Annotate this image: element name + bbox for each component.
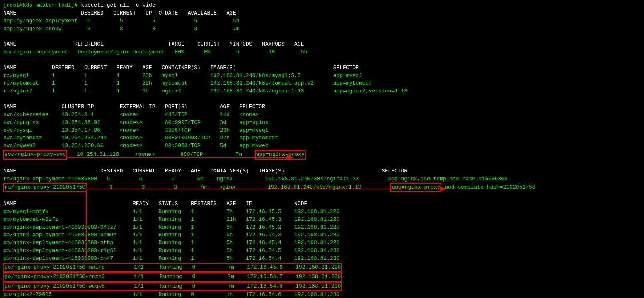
rs-app-nginx-proxy-highlight: app=nginx-proxy [390,183,441,192]
po-row-7: po/nginx-deployment-416036800-xh47 1/1 R… [3,255,339,262]
rc-row-1: rc/mysql 1 1 1 23h mysql 192.168.81.240/… [3,73,362,79]
hpa-row-1: hpa/nginx-deployment Deployment/nginx-de… [3,49,307,55]
rs-nginx-proxy-highlight: rs/nginx-proxy-2102051750 [3,183,87,192]
command: kubectl get all -o wide [81,2,155,8]
po-row-6: po/nginx-deployment-416036800-r1g6l 1/1 … [3,247,339,254]
po-row-3: po/nginx-deployment-416036800-04tz7 1/1 … [3,224,339,230]
po-row-9: po/nginx-proxy-2102051750-rnzh0 1/1 Runn… [3,274,342,280]
rs-header: NAME DESIRED CURRENT READY AGE CONTAINER… [3,168,407,174]
po-row-11: po/nginx2-79685 1/1 Running 0 1h 172.16.… [3,291,339,298]
po-nginx-proxy-3-highlight: po/nginx-proxy-2102051750-wcqw5 1/1 Runn… [3,282,342,291]
po-row-2: po/mytomcat-w3zfz 1/1 Running 1 21h 172.… [3,216,339,223]
svc-row-6: svc/nginx-proxy-svc 10.254.31.126 <none>… [3,151,306,157]
svc-nginx-proxy-highlight: svc/nginx-proxy-svc [3,150,67,160]
terminal: [root@k8s-master fxdl]# kubectl get all … [3,2,641,298]
po-row-5: po/nginx-deployment-416036800-ntbp 1/1 R… [3,240,339,246]
svc-row-3: svc/mysql 10.254.17.96 <none> 3306/TCP 2… [3,127,269,133]
deploy-row-2: deploy/nginx-proxy 3 3 3 3 7m [3,26,240,32]
po-row-4: po/nginx-deployment-416036800-34m9z 1/1 … [3,232,339,238]
app-nginx-proxy-highlight: app=nginx-proxy [255,150,306,160]
svc-row-1: svc/kubernetes 10.254.0.1 <none> 443/TCP… [3,111,259,118]
deploy-header: NAME DESIRED CURRENT UP-TO-DATE AVAILABL… [3,10,236,16]
po-row-1: po/mysql-mbjfk 1/1 Running 1 7h 172.16.4… [3,208,339,215]
rc-row-2: rc/mytomcat 1 1 1 22h mytomcat 192.168.8… [3,80,372,86]
svc-row-2: svc/mynginx 10.254.36.92 <nodes> 80:9907… [3,119,269,126]
rs-row-1: rs/nginx-deployment-416036800 5 5 5 5h n… [3,176,508,182]
svc-row-5: svc/myweb2 10.254.250.66 <nodes> 80:3000… [3,143,269,149]
rc-header: NAME DESIRED CURRENT READY AGE CONTAINER… [3,65,359,71]
rs-row-2: rs/nginx-proxy-2102051750 3 3 3 7m nginx… [3,184,535,190]
hpa-header: NAME REFERENCE TARGET CURRENT MINPODS MA… [3,41,304,47]
terminal-output: [root@k8s-master fxdl]# kubectl get all … [3,2,641,298]
po-row-10: po/nginx-proxy-2102051750-wcqw5 1/1 Runn… [3,283,342,289]
po-nginx-proxy-1-highlight: po/nginx-proxy-2102051750-mwlrp 1/1 Runn… [3,263,342,272]
svc-row-4: svc/mytomcat 10.254.234.244 <nodes> 8080… [3,135,278,141]
po-header: NAME READY STATUS RESTARTS AGE IP NODE [3,201,307,207]
prompt: [root@k8s-master fxdl]# [3,2,81,8]
po-nginx-proxy-2-highlight: po/nginx-proxy-2102051750-rnzh0 1/1 Runn… [3,272,342,282]
rc-row-3: rc/nginx2 1 1 1 1h nginx2 192.168.81.240… [3,88,407,94]
po-row-8: po/nginx-proxy-2102051750-mwlrp 1/1 Runn… [3,264,342,270]
svc-header: NAME CLUSTER-IP EXTERNAL-IP PORT(S) AGE … [3,104,265,110]
deploy-row-1: deploy/nginx-deployment 5 5 5 5 5h [3,18,240,24]
